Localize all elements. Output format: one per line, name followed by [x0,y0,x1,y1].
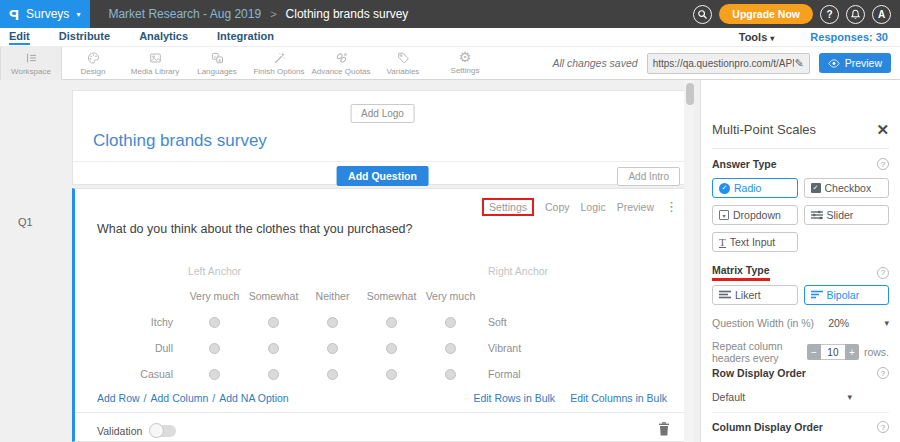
matrix-radio[interactable] [386,317,397,328]
help-icon[interactable]: ? [877,421,889,433]
panel-header: Multi-Point Scales ✕ [712,122,889,137]
palette-icon [86,51,101,65]
question-width-row: Question Width (in %) 20% ▾ [712,317,889,329]
answer-type-radio[interactable]: ✓ Radio [712,178,798,198]
survey-url-input[interactable] [653,58,795,69]
help-button[interactable]: ? [820,5,839,24]
question-settings-button[interactable]: Settings [482,198,534,216]
preview-button[interactable]: Preview [819,53,891,73]
row-display-order-select[interactable]: Default ▾ [712,391,852,403]
answer-type-options: ✓ Radio ✓ Checkbox ▾ Dropdown Slider T [712,178,889,252]
question-card: Settings Copy Logic Preview ⋮ What do yo… [72,188,693,442]
repeat-headers-input[interactable] [821,344,845,360]
stepper-plus-button[interactable]: + [845,344,859,360]
menu-item-integration[interactable]: Integration [217,30,274,45]
matrix-radio[interactable] [327,343,338,354]
tool-advance-quotas[interactable]: Advance Quotas [310,47,372,80]
matrix-radio-cell [244,335,303,361]
matrix-radio[interactable] [209,343,220,354]
matrix-type-bipolar[interactable]: Bipolar [804,285,890,305]
stepper-minus-button[interactable]: − [807,344,821,360]
tool-settings[interactable]: ⚙ Settings [434,47,496,80]
question-preview-button[interactable]: Preview [617,201,654,213]
scrollbar-track[interactable] [684,80,694,442]
matrix-radio[interactable] [445,317,456,328]
topbar: P Surveys ▾ Market Research - Aug 2019 >… [0,0,900,28]
help-icon[interactable]: ? [877,367,889,379]
close-icon[interactable]: ✕ [876,124,889,136]
questionpro-logo-icon: P [9,6,19,23]
answer-type-dropdown[interactable]: ▾ Dropdown [712,205,798,225]
matrix-row-left-label: Itchy [97,309,185,335]
matrix-column-header: Neither [303,283,362,309]
matrix-row-right-label: Vibrant [480,335,610,361]
question-width-value[interactable]: 20% [828,317,849,329]
survey-title[interactable]: Clothing brands survey [93,131,267,151]
matrix-radio[interactable] [386,343,397,354]
menu-item-distribute[interactable]: Distribute [59,30,110,45]
chevron-down-icon[interactable]: ▾ [884,318,889,328]
add-column-link[interactable]: Add Column [151,392,209,404]
question-logic-button[interactable]: Logic [581,201,606,213]
search-button[interactable] [693,5,712,24]
tool-variables[interactable]: Variables [372,47,434,80]
matrix-radio[interactable] [268,317,279,328]
matrix-radio[interactable] [209,317,220,328]
delete-question-button[interactable] [658,422,670,440]
tool-finish-options[interactable]: Finish Options [248,47,310,80]
question-copy-button[interactable]: Copy [545,201,570,213]
tool-design[interactable]: Design [62,47,124,80]
validation-toggle[interactable] [150,425,176,437]
add-row-link[interactable]: Add Row [97,392,140,404]
matrix-radio[interactable] [445,369,456,380]
kebab-menu-icon[interactable]: ⋮ [665,202,678,212]
account-avatar[interactable]: A [872,5,891,24]
responses-count[interactable]: Responses: 30 [810,31,888,43]
tool-languages[interactable]: aA Languages [186,47,248,80]
product-switcher[interactable]: P Surveys ▾ [0,0,90,28]
matrix-radio[interactable] [327,317,338,328]
add-intro-button[interactable]: Add Intro [617,167,680,186]
repeat-headers-stepper: − + [807,344,859,360]
answer-type-checkbox[interactable]: ✓ Checkbox [804,178,890,198]
edit-rows-bulk-link[interactable]: Edit Rows in Bulk [473,392,555,404]
tools-dropdown[interactable]: Tools ▾ [739,31,775,43]
tool-media-library[interactable]: Media Library [124,47,186,80]
matrix-radio[interactable] [268,369,279,380]
breadcrumb-folder[interactable]: Market Research - Aug 2019 [108,7,261,21]
add-na-option-link[interactable]: Add NA Option [219,392,288,404]
validation-label: Validation [97,425,142,437]
matrix-radio-cell [421,361,480,387]
edit-pencil-icon[interactable]: ✎ [794,57,803,70]
topbar-actions: Upgrade Now ? A [693,4,900,24]
menu-item-analytics[interactable]: Analytics [139,30,188,45]
matrix-radio[interactable] [209,369,220,380]
add-logo-button[interactable]: Add Logo [350,104,415,123]
matrix-radio-cell [362,309,421,335]
matrix-radio[interactable] [386,369,397,380]
matrix-radio[interactable] [327,369,338,380]
matrix-type-header: Matrix Type ? [712,264,889,281]
edit-columns-bulk-link[interactable]: Edit Columns in Bulk [570,392,667,404]
notifications-button[interactable] [846,5,865,24]
matrix-radio[interactable] [445,343,456,354]
dropdown-icon: ▾ [719,210,729,220]
menu-item-edit[interactable]: Edit [9,30,30,45]
matrix-radio[interactable] [268,343,279,354]
question-text[interactable]: What do you think about the clothes that… [97,222,413,236]
answer-type-text-input[interactable]: T Text Input [712,232,798,252]
scrollbar-thumb[interactable] [686,83,694,105]
help-icon[interactable]: ? [877,158,889,170]
matrix-radio-cell [244,361,303,387]
breadcrumb-current: Clothing brands survey [286,7,409,21]
add-question-button[interactable]: Add Question [336,166,429,186]
matrix-row-left-label: Dull [97,335,185,361]
toggle-knob [149,423,164,438]
tool-workspace[interactable]: Workspace [0,47,62,80]
matrix-type-likert[interactable]: Likert [712,285,798,305]
panel-title: Multi-Point Scales [712,122,816,137]
help-icon[interactable]: ? [877,267,889,279]
answer-type-slider[interactable]: Slider [804,205,890,225]
validation-row: Validation [97,422,670,440]
upgrade-now-button[interactable]: Upgrade Now [719,4,813,24]
